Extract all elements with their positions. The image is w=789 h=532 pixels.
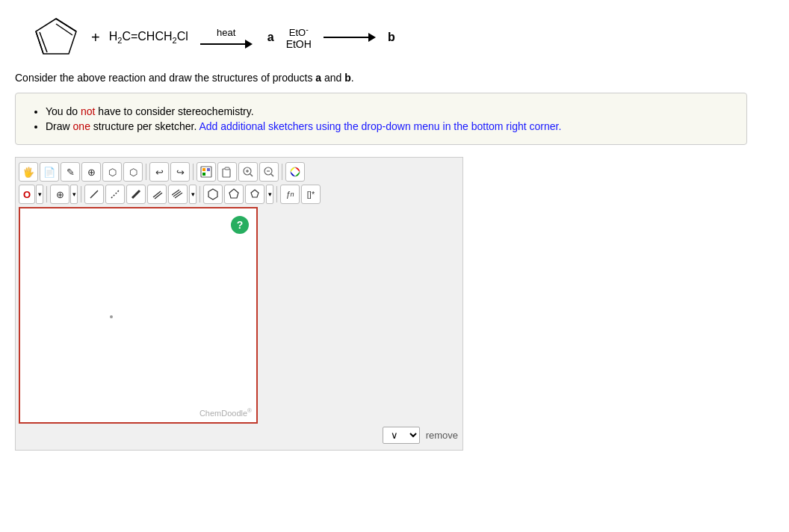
bond-add-btn[interactable]: ⊕ <box>50 185 69 204</box>
chemdoodle-label: ChemDoodle® <box>199 407 252 418</box>
sketcher-container: 🖐 📄 ✎ ⊕ ⬡ ⬡ ↩ ↪ <box>15 157 463 451</box>
svg-line-20 <box>111 191 119 198</box>
sep5 <box>81 186 81 202</box>
reaction-arrow-1: heat <box>200 27 253 49</box>
bond-add-selector[interactable]: ⊕ ▾ <box>50 185 78 204</box>
ring-hex-btn[interactable] <box>203 185 223 204</box>
svg-rect-6 <box>202 168 205 171</box>
svg-line-19 <box>90 191 98 198</box>
bold-a: a <box>315 72 321 84</box>
undo-btn[interactable]: ↩ <box>149 162 169 182</box>
new-btn[interactable]: 📄 <box>40 162 59 182</box>
sep7 <box>276 186 277 202</box>
cyclopentadiene-structure <box>30 15 82 60</box>
toolbar-row-2: O ▾ ⊕ ▾ <box>19 183 460 205</box>
svg-marker-28 <box>229 189 238 198</box>
sketcher-main-area: ? ChemDoodle® <box>19 205 460 424</box>
zoom-in-btn[interactable] <box>238 162 258 182</box>
svg-rect-10 <box>225 167 229 170</box>
sketcher-bottom-row: ∨ remove <box>19 424 460 447</box>
bond-triple-btn[interactable] <box>168 185 188 204</box>
reaction-equation: + H2C=CHCH2Cl heat a EtO- EtOH b <box>15 7 774 72</box>
info-box: You do not have to consider stereochemis… <box>15 93 747 145</box>
center-dot <box>110 315 113 318</box>
toolbar-row-1: 🖐 📄 ✎ ⊕ ⬡ ⬡ ↩ ↪ <box>19 161 460 183</box>
heat-label: heat <box>217 27 235 38</box>
svg-line-25 <box>175 193 182 198</box>
svg-line-24 <box>173 191 181 197</box>
atom-o-btn[interactable]: O <box>19 185 35 204</box>
instructions-list: You do not have to consider stereochemis… <box>31 105 731 132</box>
reagent-formula: H2C=CHCH2Cl <box>109 30 188 45</box>
sn-btn[interactable]: ƒn <box>280 185 300 204</box>
sep2 <box>193 164 194 180</box>
bond-bold-btn[interactable] <box>126 185 146 204</box>
bracket-btn[interactable]: []* <box>301 185 321 204</box>
help-icon: ? <box>237 219 244 231</box>
ring-dropdown-arrow[interactable]: ▾ <box>266 185 273 204</box>
sketcher-canvas[interactable]: ? ChemDoodle® <box>19 207 258 424</box>
svg-rect-9 <box>223 169 230 177</box>
svg-line-4 <box>40 32 47 52</box>
svg-line-2 <box>56 24 72 35</box>
eto-conditions: EtO- EtOH <box>286 25 312 50</box>
svg-line-1 <box>56 19 76 31</box>
product-label-a: a <box>267 31 274 44</box>
template-btn[interactable] <box>197 162 216 182</box>
colors-btn[interactable] <box>285 162 305 182</box>
remove-button[interactable]: remove <box>426 430 458 441</box>
bond-add-dropdown[interactable]: ▾ <box>70 185 78 204</box>
sep1 <box>146 164 146 180</box>
redo-btn[interactable]: ↪ <box>170 162 190 182</box>
ring-pent-btn[interactable] <box>224 185 244 204</box>
help-button[interactable]: ? <box>231 216 249 234</box>
sep3 <box>282 164 282 180</box>
svg-line-14 <box>250 174 253 176</box>
svg-rect-7 <box>207 168 210 171</box>
instruction-1: You do not have to consider stereochemis… <box>46 105 731 117</box>
ring2-btn[interactable]: ⬡ <box>123 162 143 182</box>
ring-cyc-btn[interactable] <box>245 185 264 204</box>
lasso-btn[interactable]: ⊕ <box>81 162 101 182</box>
eto-minus: EtO- <box>289 25 309 38</box>
bond-dashed-btn[interactable] <box>105 185 125 204</box>
atom-dropdown-arrow[interactable]: ▾ <box>36 185 43 204</box>
svg-line-21 <box>132 191 140 198</box>
product-label-b: b <box>388 31 395 44</box>
svg-marker-27 <box>208 189 217 200</box>
plus-sign: + <box>91 29 100 46</box>
sep6 <box>199 186 200 202</box>
svg-line-26 <box>172 190 179 195</box>
reaction-arrow-2 <box>324 33 376 42</box>
chemdoodle-reg: ® <box>247 407 252 414</box>
bond-double-btn[interactable] <box>147 185 167 204</box>
bond-dropdown-arrow[interactable]: ▾ <box>189 185 197 204</box>
ring1-btn[interactable]: ⬡ <box>102 162 122 182</box>
add-sketcher-dropdown[interactable]: ∨ <box>383 427 420 444</box>
paste-btn[interactable] <box>217 162 237 182</box>
bond-single-btn[interactable] <box>84 185 104 204</box>
atom-selector[interactable]: O ▾ <box>19 185 43 204</box>
sketcher-right-area <box>258 205 460 424</box>
hand-tool-btn[interactable]: 🖐 <box>19 162 38 182</box>
bold-b: b <box>344 72 351 84</box>
svg-marker-29 <box>251 190 259 197</box>
zoom-out-btn[interactable] <box>259 162 279 182</box>
svg-line-17 <box>271 174 273 176</box>
etoh: EtOH <box>286 38 312 50</box>
sep4 <box>46 186 47 202</box>
svg-rect-8 <box>202 173 205 176</box>
consider-text: Consider the above reaction and draw the… <box>15 72 774 84</box>
pencil-btn[interactable]: ✎ <box>61 162 80 182</box>
instruction-2: Draw one structure per sketcher. Add add… <box>46 120 731 132</box>
svg-line-3 <box>36 31 43 54</box>
